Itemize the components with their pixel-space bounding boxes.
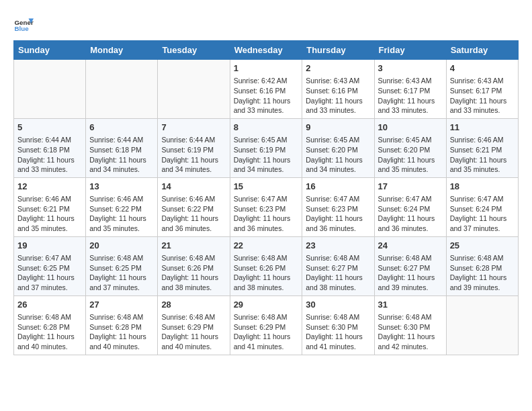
logo-icon: General Blue — [13, 13, 34, 34]
day-number: 28 — [161, 299, 226, 311]
day-info: Sunrise: 6:47 AM — [378, 194, 443, 204]
day-info: and 34 minutes. — [161, 165, 226, 175]
day-info: and 38 minutes. — [234, 283, 299, 293]
day-info: and 35 minutes. — [450, 165, 515, 175]
calendar-cell: 28Sunrise: 6:48 AMSunset: 6:29 PMDayligh… — [158, 295, 230, 355]
day-info: and 40 minutes. — [89, 342, 154, 352]
day-info: Daylight: 11 hours — [17, 273, 82, 283]
day-info: Daylight: 11 hours — [378, 332, 443, 342]
day-info: Daylight: 11 hours — [306, 214, 370, 224]
day-number: 4 — [450, 62, 515, 75]
day-number: 18 — [450, 181, 515, 193]
day-info: Sunrise: 6:45 AM — [234, 135, 299, 145]
day-info: Daylight: 11 hours — [378, 273, 443, 283]
day-info: and 40 minutes. — [17, 342, 82, 352]
day-info: Sunset: 6:30 PM — [306, 322, 370, 332]
calendar-cell: 15Sunrise: 6:47 AMSunset: 6:23 PMDayligh… — [230, 177, 302, 236]
day-number: 26 — [17, 299, 82, 311]
day-info: Daylight: 11 hours — [89, 273, 154, 283]
day-info: and 36 minutes. — [161, 224, 226, 234]
day-number: 1 — [234, 62, 299, 75]
day-info: Sunrise: 6:48 AM — [234, 312, 299, 322]
calendar-cell: 9Sunrise: 6:45 AMSunset: 6:20 PMDaylight… — [302, 118, 374, 177]
calendar-cell: 5Sunrise: 6:44 AMSunset: 6:18 PMDaylight… — [14, 118, 86, 177]
day-info: Sunrise: 6:46 AM — [17, 194, 82, 204]
day-number: 2 — [306, 62, 370, 75]
calendar-cell: 13Sunrise: 6:46 AMSunset: 6:22 PMDayligh… — [86, 177, 158, 236]
day-info: Sunrise: 6:46 AM — [89, 194, 154, 204]
day-info: Sunset: 6:28 PM — [17, 322, 82, 332]
calendar-week-row: 5Sunrise: 6:44 AMSunset: 6:18 PMDaylight… — [14, 118, 519, 177]
day-info: Sunset: 6:20 PM — [378, 145, 443, 155]
day-number: 15 — [234, 181, 299, 193]
day-number: 31 — [378, 299, 443, 311]
day-number: 27 — [89, 299, 154, 311]
day-info: Sunset: 6:27 PM — [378, 263, 443, 273]
calendar-cell: 3Sunrise: 6:43 AMSunset: 6:17 PMDaylight… — [374, 60, 446, 119]
day-number: 29 — [234, 299, 299, 311]
day-info: Daylight: 11 hours — [450, 273, 515, 283]
day-info: Sunrise: 6:48 AM — [17, 312, 82, 322]
calendar-header-row: SundayMondayTuesdayWednesdayThursdayFrid… — [14, 41, 519, 60]
day-info: Daylight: 11 hours — [234, 155, 299, 165]
day-info: and 33 minutes. — [306, 105, 370, 116]
day-of-week-header: Tuesday — [158, 41, 230, 60]
day-info: Sunset: 6:25 PM — [89, 263, 154, 273]
day-info: Sunset: 6:19 PM — [234, 145, 299, 155]
calendar-cell: 12Sunrise: 6:46 AMSunset: 6:21 PMDayligh… — [14, 177, 86, 236]
day-info: and 34 minutes. — [234, 165, 299, 175]
day-info: Sunset: 6:22 PM — [89, 204, 154, 214]
calendar-cell: 31Sunrise: 6:48 AMSunset: 6:30 PMDayligh… — [374, 295, 446, 355]
day-info: and 34 minutes. — [89, 165, 154, 175]
calendar-cell: 18Sunrise: 6:47 AMSunset: 6:24 PMDayligh… — [446, 177, 518, 236]
day-info: and 38 minutes. — [161, 283, 226, 293]
day-info: Sunset: 6:29 PM — [161, 322, 226, 332]
day-info: Daylight: 11 hours — [89, 332, 154, 342]
day-info: Sunrise: 6:46 AM — [450, 135, 515, 145]
day-info: and 36 minutes. — [306, 224, 370, 234]
day-info: Sunrise: 6:48 AM — [450, 253, 515, 263]
day-info: Sunrise: 6:48 AM — [306, 312, 370, 322]
day-info: Daylight: 11 hours — [450, 96, 515, 106]
calendar-cell — [158, 60, 230, 119]
calendar-cell: 14Sunrise: 6:46 AMSunset: 6:22 PMDayligh… — [158, 177, 230, 236]
day-info: Sunset: 6:16 PM — [306, 86, 370, 96]
day-info: Sunset: 6:18 PM — [17, 145, 82, 155]
day-number: 16 — [306, 181, 370, 193]
day-info: Sunrise: 6:48 AM — [306, 253, 370, 263]
day-info: Sunset: 6:29 PM — [234, 322, 299, 332]
day-info: Daylight: 11 hours — [234, 332, 299, 342]
day-info: Sunrise: 6:48 AM — [378, 312, 443, 322]
day-info: Daylight: 11 hours — [161, 273, 226, 283]
day-info: Daylight: 11 hours — [161, 332, 226, 342]
day-of-week-header: Monday — [86, 41, 158, 60]
day-info: Sunset: 6:24 PM — [450, 204, 515, 214]
day-number: 30 — [306, 299, 370, 311]
day-info: Daylight: 11 hours — [378, 155, 443, 165]
day-number: 20 — [89, 240, 154, 252]
day-info: Daylight: 11 hours — [450, 214, 515, 224]
day-number: 23 — [306, 240, 370, 252]
calendar-cell: 26Sunrise: 6:48 AMSunset: 6:28 PMDayligh… — [14, 295, 86, 355]
calendar-cell: 25Sunrise: 6:48 AMSunset: 6:28 PMDayligh… — [446, 236, 518, 295]
calendar-cell: 8Sunrise: 6:45 AMSunset: 6:19 PMDaylight… — [230, 118, 302, 177]
day-info: Daylight: 11 hours — [17, 214, 82, 224]
calendar-cell: 30Sunrise: 6:48 AMSunset: 6:30 PMDayligh… — [302, 295, 374, 355]
day-info: Daylight: 11 hours — [161, 155, 226, 165]
day-info: Sunrise: 6:48 AM — [378, 253, 443, 263]
day-info: Sunrise: 6:43 AM — [378, 76, 443, 86]
day-info: and 42 minutes. — [378, 342, 443, 352]
day-number: 11 — [450, 122, 515, 134]
day-info: Daylight: 11 hours — [306, 332, 370, 342]
day-info: Sunrise: 6:48 AM — [161, 253, 226, 263]
day-info: Sunrise: 6:47 AM — [450, 194, 515, 204]
day-info: and 33 minutes. — [17, 165, 82, 175]
day-info: Sunrise: 6:46 AM — [161, 194, 226, 204]
calendar-cell: 19Sunrise: 6:47 AMSunset: 6:25 PMDayligh… — [14, 236, 86, 295]
day-number: 22 — [234, 240, 299, 252]
day-info: Daylight: 11 hours — [89, 214, 154, 224]
day-info: Sunrise: 6:48 AM — [161, 312, 226, 322]
day-of-week-header: Wednesday — [230, 41, 302, 60]
day-info: Daylight: 11 hours — [17, 332, 82, 342]
calendar-cell: 21Sunrise: 6:48 AMSunset: 6:26 PMDayligh… — [158, 236, 230, 295]
